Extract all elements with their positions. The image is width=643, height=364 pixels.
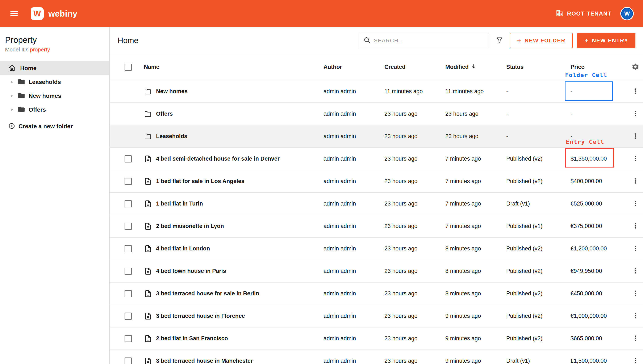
sidebar-item-offers[interactable]: Offers bbox=[0, 103, 109, 117]
sidebar-item-leaseholds[interactable]: Leaseholds bbox=[0, 75, 109, 89]
chevron-right-icon[interactable] bbox=[10, 108, 14, 112]
row-modified: 8 minutes ago bbox=[445, 290, 506, 297]
column-header-status[interactable]: Status bbox=[506, 64, 569, 70]
row-menu-button[interactable] bbox=[632, 110, 639, 118]
row-modified: 8 minutes ago bbox=[445, 246, 506, 252]
search-input[interactable] bbox=[374, 37, 485, 44]
select-all-checkbox[interactable] bbox=[125, 64, 132, 71]
table-row[interactable]: 1 bed flat for sale in Los Angeles admin… bbox=[110, 170, 643, 193]
kebab-icon bbox=[632, 222, 639, 230]
circle-plus-icon bbox=[9, 122, 15, 130]
menu-button[interactable] bbox=[9, 8, 19, 19]
row-created: 23 hours ago bbox=[384, 268, 445, 274]
row-status: Published (v2) bbox=[506, 268, 569, 274]
row-checkbox[interactable] bbox=[125, 335, 132, 342]
document-icon bbox=[144, 290, 152, 298]
table-row[interactable]: Leaseholds admin admin 23 hours ago 23 h… bbox=[110, 125, 643, 148]
row-price: €450,000.00 bbox=[569, 290, 628, 297]
row-name: 1 bed flat for sale in Los Angeles bbox=[156, 178, 245, 184]
annotation-entry-cell-box bbox=[565, 148, 614, 168]
row-menu-button[interactable] bbox=[632, 357, 639, 364]
sidebar-item-label: New homes bbox=[29, 92, 61, 99]
annotation-folder-cell-label: Folder Cell bbox=[565, 72, 607, 78]
row-name: 1 bed flat in Turin bbox=[156, 200, 203, 207]
row-menu-button[interactable] bbox=[632, 177, 639, 185]
document-icon bbox=[144, 222, 152, 230]
user-avatar[interactable]: W bbox=[620, 7, 634, 20]
row-menu-button[interactable] bbox=[632, 155, 639, 163]
create-folder-button[interactable]: Create a new folder bbox=[0, 120, 109, 133]
table-row[interactable]: 1 bed flat in Turin admin admin 23 hours… bbox=[110, 193, 643, 215]
row-menu-button[interactable] bbox=[632, 87, 639, 96]
new-entry-button[interactable]: + NEW ENTRY bbox=[577, 33, 635, 48]
row-checkbox[interactable] bbox=[125, 223, 132, 230]
column-header-name[interactable]: Name bbox=[139, 64, 323, 70]
hamburger-icon bbox=[9, 8, 19, 19]
table-row[interactable]: 4 bed town house in Paris admin admin 23… bbox=[110, 260, 643, 282]
row-menu-button[interactable] bbox=[632, 312, 639, 320]
row-checkbox[interactable] bbox=[125, 290, 132, 297]
new-entry-label: NEW ENTRY bbox=[592, 37, 628, 44]
row-checkbox[interactable] bbox=[125, 245, 132, 252]
row-author: admin admin bbox=[323, 313, 384, 319]
row-created: 23 hours ago bbox=[384, 246, 445, 252]
chevron-right-icon[interactable] bbox=[10, 80, 14, 84]
row-status: Draft (v1) bbox=[506, 200, 569, 207]
row-created: 23 hours ago bbox=[384, 313, 445, 319]
table-row[interactable]: Offers admin admin 23 hours ago 23 hours… bbox=[110, 103, 643, 125]
row-menu-button[interactable] bbox=[632, 334, 639, 342]
row-menu-button[interactable] bbox=[632, 222, 639, 230]
row-menu-button[interactable] bbox=[632, 244, 639, 253]
new-folder-button[interactable]: + NEW FOLDER bbox=[510, 33, 573, 48]
row-checkbox[interactable] bbox=[125, 312, 132, 320]
table-row[interactable]: New homes admin admin 11 minutes ago 11 … bbox=[110, 80, 643, 103]
row-checkbox[interactable] bbox=[125, 200, 132, 208]
row-created: 23 hours ago bbox=[384, 358, 445, 364]
row-menu-button[interactable] bbox=[632, 290, 639, 298]
table-row[interactable]: 4 bed flat in London admin admin 23 hour… bbox=[110, 238, 643, 260]
row-checkbox[interactable] bbox=[125, 178, 132, 185]
row-checkbox[interactable] bbox=[125, 155, 132, 162]
row-status: - bbox=[506, 88, 569, 95]
sidebar-item-home[interactable]: Home bbox=[0, 61, 109, 75]
column-header-author[interactable]: Author bbox=[323, 64, 384, 70]
webiny-admin: W webiny ROOT TENANT W Property Model ID… bbox=[0, 0, 643, 364]
table-row[interactable]: 3 bed terraced house in Florence admin a… bbox=[110, 305, 643, 328]
webiny-logo-icon[interactable]: W bbox=[31, 7, 44, 20]
sidebar-item-new-homes[interactable]: New homes bbox=[0, 89, 109, 103]
document-icon bbox=[144, 178, 152, 185]
row-menu-button[interactable] bbox=[632, 200, 639, 208]
column-header-price[interactable]: Price bbox=[569, 64, 628, 70]
tenant-selector[interactable]: ROOT TENANT bbox=[556, 9, 612, 18]
gear-icon bbox=[631, 63, 639, 71]
new-folder-label: NEW FOLDER bbox=[524, 37, 565, 44]
document-icon bbox=[144, 200, 152, 208]
row-menu-button[interactable] bbox=[632, 132, 639, 140]
table-row[interactable]: 3 bed terraced house in Manchester admin… bbox=[110, 350, 643, 364]
folder-icon bbox=[18, 92, 25, 100]
row-menu-button[interactable] bbox=[632, 267, 639, 275]
kebab-icon bbox=[632, 200, 639, 208]
row-name: 4 bed semi-detached house for sale in De… bbox=[156, 156, 280, 162]
annotation-folder-cell-box bbox=[565, 82, 613, 101]
table-row[interactable]: 3 bed terraced house for sale in Berlin … bbox=[110, 282, 643, 305]
document-icon bbox=[144, 155, 152, 163]
page-title: Home bbox=[118, 36, 139, 45]
table-row[interactable]: 4 bed semi-detached house for sale in De… bbox=[110, 148, 643, 170]
row-created: 23 hours ago bbox=[384, 156, 445, 162]
column-header-modified[interactable]: Modified bbox=[445, 64, 506, 71]
filter-button[interactable] bbox=[495, 36, 503, 45]
column-settings-button[interactable] bbox=[631, 63, 639, 71]
column-header-created[interactable]: Created bbox=[384, 64, 445, 70]
row-checkbox[interactable] bbox=[125, 358, 132, 364]
row-modified: 9 minutes ago bbox=[445, 335, 506, 342]
chevron-right-icon[interactable] bbox=[10, 94, 14, 98]
row-checkbox[interactable] bbox=[125, 268, 132, 275]
row-author: admin admin bbox=[323, 156, 384, 162]
row-modified: 7 minutes ago bbox=[445, 156, 506, 162]
table-row[interactable]: 2 bed flat in San Francisco admin admin … bbox=[110, 328, 643, 350]
funnel-icon bbox=[495, 36, 503, 45]
table-row[interactable]: 2 bed maisonette in Lyon admin admin 23 … bbox=[110, 215, 643, 238]
row-price: £1,500,000.00 bbox=[569, 358, 628, 364]
row-author: admin admin bbox=[323, 268, 384, 274]
